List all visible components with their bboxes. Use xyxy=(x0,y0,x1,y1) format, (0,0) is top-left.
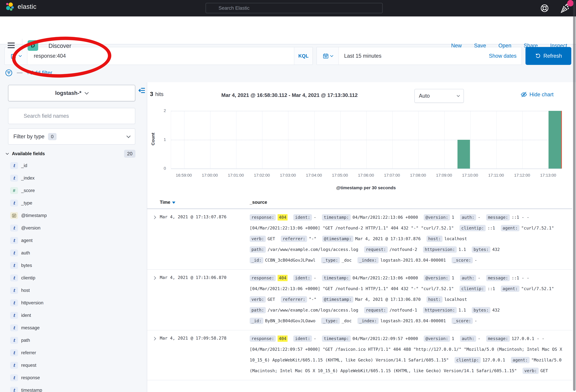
new-button[interactable]: New xyxy=(451,43,462,49)
field-item-_type[interactable]: t_type xyxy=(0,197,147,209)
field-search-input[interactable] xyxy=(8,108,135,124)
field-item-_id[interactable]: t_id xyxy=(0,159,147,172)
field-item-clientip[interactable]: tclientip xyxy=(0,272,147,284)
share-button[interactable]: Share xyxy=(524,43,538,49)
query-input[interactable]: response:404 xyxy=(27,53,294,59)
collapse-sidebar-icon[interactable] xyxy=(138,87,145,94)
field-item-httpversion[interactable]: thttpversion xyxy=(0,297,147,309)
field-item-bytes[interactable]: tbytes xyxy=(0,259,147,272)
doc-expand-toggle[interactable] xyxy=(147,212,160,219)
add-filter-row: + Add filter xyxy=(5,69,52,77)
source-field-badge: auth: xyxy=(460,214,476,221)
available-fields-header[interactable]: Available fields 20 xyxy=(6,150,135,158)
source-value: - xyxy=(478,276,480,280)
source-field-badge: host: xyxy=(427,236,443,242)
field-item-timestamp[interactable]: ttimestamp xyxy=(0,384,147,392)
source-field-badge: message: xyxy=(486,275,510,281)
doc-expand-toggle[interactable] xyxy=(147,333,160,340)
page-title: Discover xyxy=(49,43,71,49)
source-value: localhost xyxy=(444,297,467,302)
query-language-button[interactable]: KQL xyxy=(294,47,313,65)
source-field-badge: timestamp: xyxy=(322,275,351,281)
available-fields-label: Available fields xyxy=(12,151,45,156)
source-field-badge: bytes: xyxy=(472,246,490,253)
source-field-badge: auth: xyxy=(460,336,476,342)
field-item-host[interactable]: thost xyxy=(0,284,147,297)
source-field-badge: timestamp: xyxy=(322,336,351,342)
hits-value: 3 xyxy=(150,91,153,97)
time-range-value[interactable]: Last 15 minutes xyxy=(339,53,381,59)
field-name: timestamp xyxy=(21,388,42,392)
string-type-icon: t xyxy=(10,362,18,369)
help-icon[interactable] xyxy=(540,3,549,13)
field-item-@timestamp[interactable]: @timestamp xyxy=(0,209,147,222)
source-field-badge: _score: xyxy=(452,318,473,324)
source-field-badge: ident: xyxy=(293,275,312,281)
field-item-path[interactable]: tpath xyxy=(0,334,147,346)
y-tick-label: 2 xyxy=(148,108,166,113)
histogram-bar[interactable] xyxy=(458,140,470,169)
field-item-message[interactable]: tmessage xyxy=(0,322,147,334)
field-item-response[interactable]: tresponse xyxy=(0,371,147,384)
save-button[interactable]: Save xyxy=(474,43,486,49)
doc-table-header: Time _source xyxy=(147,196,572,209)
histogram-bar[interactable] xyxy=(548,111,562,168)
index-pattern-select[interactable]: logstash-* xyxy=(8,85,135,101)
field-item-referrer[interactable]: treferrer xyxy=(0,346,147,359)
field-item-ident[interactable]: tident xyxy=(0,309,147,322)
source-field-badge: _type: xyxy=(321,257,340,263)
field-item-agent[interactable]: tagent xyxy=(0,234,147,247)
eye-closed-icon xyxy=(521,91,527,98)
source-field-badge: _score: xyxy=(452,257,473,263)
string-type-icon: t xyxy=(10,287,18,294)
doc-expand-toggle[interactable] xyxy=(147,273,160,280)
field-item-request[interactable]: trequest xyxy=(0,359,147,371)
source-field-badge: @version: xyxy=(424,214,450,221)
source-value: 04/Mar/2021:22:09:57 +0000 xyxy=(352,336,418,341)
histogram-chart[interactable] xyxy=(171,111,561,169)
source-field-badge: _id: xyxy=(250,257,263,263)
add-filter-button[interactable]: + Add filter xyxy=(27,70,52,76)
source-value: CCBN_3cB04dGovJLPawl xyxy=(265,258,316,263)
source-value: 1 xyxy=(452,215,454,220)
source-field-badge: bytes: xyxy=(472,307,490,313)
string-type-icon: t xyxy=(10,262,18,269)
hide-chart-button[interactable]: Hide chart xyxy=(521,91,553,98)
field-item-_score[interactable]: #_score xyxy=(0,184,147,197)
doc-time-cell: Mar 4, 2021 @ 17:09:58.278 xyxy=(160,333,250,341)
source-field-badge: @timestamp: xyxy=(322,236,353,242)
interval-select[interactable]: Auto xyxy=(414,89,464,103)
field-item-_index[interactable]: t_index xyxy=(0,172,147,184)
field-item-auth[interactable]: tauth xyxy=(0,247,147,259)
refresh-icon xyxy=(535,53,541,59)
query-bar: response:404 KQL xyxy=(4,47,313,65)
open-button[interactable]: Open xyxy=(498,43,511,49)
discover-app-badge[interactable]: D xyxy=(28,40,38,51)
global-header: elastic xyxy=(0,0,576,16)
source-value: logstash-2021.03.04-000001 xyxy=(380,318,446,323)
hits-label: hits xyxy=(155,91,164,97)
filter-by-type-select[interactable]: Filter by type 0 xyxy=(8,128,135,145)
refresh-button[interactable]: Refresh xyxy=(525,47,571,65)
date-type-icon xyxy=(10,212,18,219)
field-item-@version[interactable]: t@version xyxy=(0,222,147,234)
field-name: _score xyxy=(21,188,35,193)
x-tick-label: 17:13:00 xyxy=(532,173,564,178)
saved-query-menu-button[interactable] xyxy=(5,47,27,65)
chevron-right-icon xyxy=(152,276,156,280)
source-field-badge: _id: xyxy=(250,318,263,324)
global-search-input[interactable] xyxy=(206,3,383,13)
source-field-badge: _index: xyxy=(357,318,379,324)
string-type-icon: t xyxy=(10,175,18,181)
time-column-header[interactable]: Time xyxy=(160,200,250,205)
menu-icon[interactable] xyxy=(8,43,15,49)
vertical-scrollbar[interactable] xyxy=(573,0,576,391)
show-dates-button[interactable]: Show dates xyxy=(489,53,521,59)
inspect-button[interactable]: Inspect xyxy=(550,43,567,49)
source-value: _doc xyxy=(342,318,352,323)
date-quick-select-button[interactable] xyxy=(317,47,339,65)
string-type-icon: t xyxy=(10,387,18,392)
source-value: /var/www/example.com/logs/access.log xyxy=(268,308,358,312)
source-field-badge: _type: xyxy=(321,318,340,324)
source-value: GET xyxy=(268,236,275,241)
